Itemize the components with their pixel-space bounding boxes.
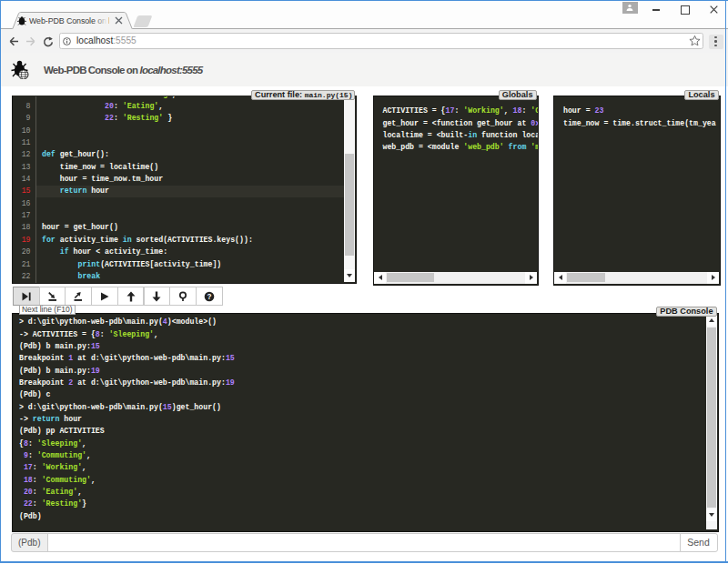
svg-text:?: ? xyxy=(207,293,211,301)
